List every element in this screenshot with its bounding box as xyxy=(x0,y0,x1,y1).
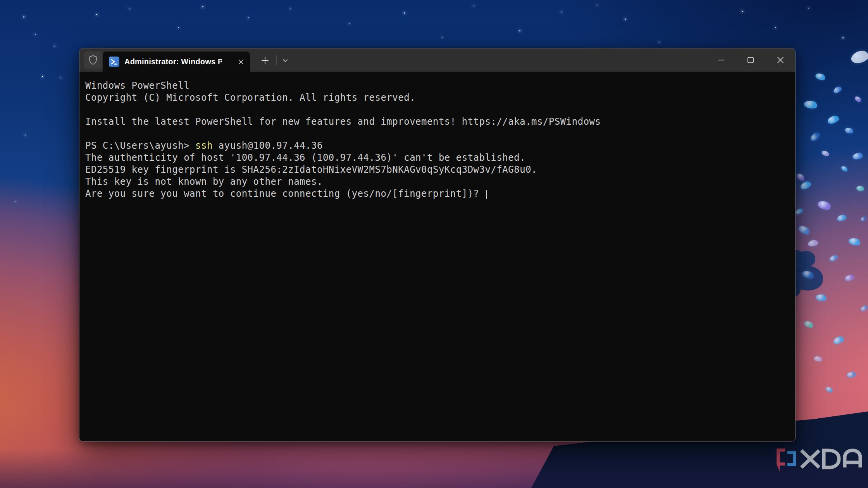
minimize-button[interactable] xyxy=(706,48,735,72)
terminal-text-segment: Install the latest PowerShell for new fe… xyxy=(85,116,601,127)
xda-letter-x xyxy=(801,450,819,467)
terminal-text-segment: This key is not known by any other names… xyxy=(85,176,323,187)
terminal-cursor xyxy=(486,190,487,199)
star xyxy=(248,17,249,18)
tab-close-button[interactable] xyxy=(236,57,246,67)
star xyxy=(561,12,562,12)
close-icon xyxy=(238,59,244,65)
terminal-text-segment: Copyright (C) Microsoft Corporation. All… xyxy=(85,92,415,103)
star xyxy=(625,19,626,20)
star xyxy=(16,201,16,202)
terminal-text-segment xyxy=(85,104,91,115)
terminal-text-segment: Windows PowerShell xyxy=(85,80,189,91)
terminal-output: Windows PowerShellCopyright (C) Microsof… xyxy=(85,80,791,200)
terminal-window: Administrator: Windows PowerShell xyxy=(79,48,796,442)
terminal-line: Are you sure you want to continue connec… xyxy=(85,188,791,200)
titlebar[interactable]: Administrator: Windows PowerShell xyxy=(79,48,795,72)
star xyxy=(442,37,443,38)
star xyxy=(404,12,405,14)
terminal-line: ED25519 key fingerprint is SHA256:2zIdat… xyxy=(85,164,791,176)
tree-blob xyxy=(797,251,815,266)
terminal-text-segment: ED25519 key fingerprint is SHA256:2zIdat… xyxy=(85,164,537,175)
close-icon xyxy=(777,56,784,64)
chevron-down-icon xyxy=(282,57,288,64)
star xyxy=(25,135,26,136)
tab-powershell[interactable]: Administrator: Windows PowerShell xyxy=(103,52,250,72)
terminal-text-segment: Are you sure you want to continue connec… xyxy=(85,188,485,199)
maximize-icon xyxy=(747,56,754,64)
star xyxy=(597,5,598,5)
window-controls xyxy=(706,48,795,72)
maximize-button[interactable] xyxy=(735,48,765,72)
star xyxy=(42,76,43,77)
star xyxy=(202,6,203,7)
xda-letter-a xyxy=(845,450,860,467)
xda-letter-d xyxy=(824,450,839,467)
tab-title: Administrator: Windows PowerShell xyxy=(124,57,222,66)
xda-logo xyxy=(773,447,863,472)
star xyxy=(775,27,776,28)
star xyxy=(290,9,291,9)
star xyxy=(742,11,743,12)
star xyxy=(60,77,61,78)
star xyxy=(54,46,55,46)
tabbar-divider xyxy=(276,55,277,65)
powershell-icon xyxy=(109,57,119,67)
tab-dropdown-button[interactable] xyxy=(279,53,292,68)
minimize-icon xyxy=(717,56,725,64)
terminal-text-segment: ssh xyxy=(195,140,213,151)
close-button[interactable] xyxy=(765,48,795,72)
shield-icon xyxy=(88,54,98,66)
star xyxy=(659,42,660,43)
star xyxy=(474,5,474,6)
star xyxy=(23,16,24,17)
terminal-text-segment xyxy=(85,128,91,139)
star xyxy=(178,27,179,28)
terminal-line: PS C:\Users\ayush> ssh ayush@100.97.44.3… xyxy=(85,140,791,152)
star xyxy=(96,14,97,15)
star xyxy=(519,30,520,31)
terminal-text-segment: PS C:\Users\ayush> xyxy=(85,140,195,151)
terminal-text-segment: The authenticity of host '100.97.44.36 (… xyxy=(85,152,525,163)
star xyxy=(842,37,844,38)
xda-bracket-right-icon xyxy=(787,451,796,466)
terminal-content[interactable]: Windows PowerShellCopyright (C) Microsof… xyxy=(79,72,795,441)
plus-icon xyxy=(261,56,269,65)
terminal-line: Install the latest PowerShell for new fe… xyxy=(85,116,791,128)
star xyxy=(129,9,130,9)
terminal-text-segment: ayush@100.97.44.36 xyxy=(213,140,323,151)
admin-indicator xyxy=(84,52,102,69)
terminal-line: This key is not known by any other names… xyxy=(85,176,791,188)
terminal-line: The authenticity of host '100.97.44.36 (… xyxy=(85,152,791,164)
terminal-line: Copyright (C) Microsoft Corporation. All… xyxy=(85,92,791,104)
star xyxy=(349,23,350,24)
star xyxy=(35,34,36,35)
terminal-line xyxy=(85,104,791,116)
xda-bracket-left-icon xyxy=(777,448,785,471)
terminal-line: Windows PowerShell xyxy=(85,80,791,92)
star xyxy=(808,8,809,9)
terminal-line xyxy=(85,128,791,140)
new-tab-button[interactable] xyxy=(257,53,274,68)
